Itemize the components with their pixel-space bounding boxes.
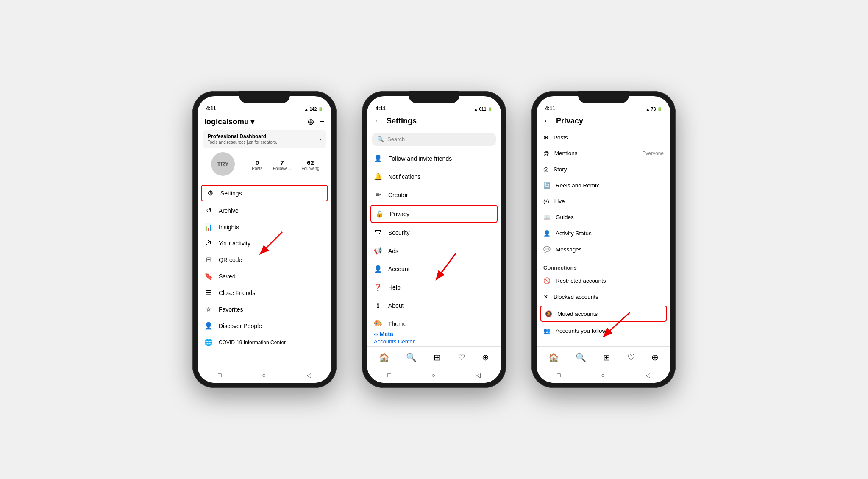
avatar: TRY [211,152,235,176]
red-arrow-2 [426,249,469,287]
accounts-center-link[interactable]: Accounts Center [374,338,494,345]
settings-follow[interactable]: 👤 Follow and invite friends [367,149,501,167]
menu-item-saved[interactable]: 🔖 Saved [198,268,331,284]
settings-header: ← Settings [367,113,501,129]
phone-3: 4:11 ▲ 78 🔋 ← Privacy ⊕ Posts @ Menti [531,91,676,388]
muted-icon: 🔕 [545,310,552,317]
settings-icon: ⚙ [206,189,214,197]
guides-icon: 📖 [543,214,551,220]
restricted-label: Restricted accounts [556,278,606,284]
privacy-blocked[interactable]: ✕ Blocked accounts [537,289,670,305]
favorites-icon: ☆ [204,305,213,313]
theme-label: Theme [388,320,407,326]
android-back-2[interactable]: ◁ [476,372,481,379]
restricted-icon: 🚫 [543,277,551,284]
settings-security[interactable]: 🛡 Security [367,224,501,242]
menu-item-settings[interactable]: ⚙ Settings [201,185,328,201]
menu-item-covid[interactable]: 🌐 COVID-19 Information Center [198,334,331,351]
privacy-posts[interactable]: ⊕ Posts [537,129,670,145]
account-label: Account [388,266,410,273]
red-arrow-1 [248,228,299,262]
nav-search-2[interactable]: 🔍 [406,352,417,362]
android-circle-2[interactable]: ○ [431,372,435,379]
red-arrow-3 [592,308,643,342]
nav-profile-2[interactable]: ⊕ [482,352,489,362]
ads-label: Ads [388,248,398,254]
settings-theme[interactable]: 🎨 Theme [367,315,501,326]
android-nav-1: □ ○ ◁ [198,368,331,383]
theme-icon: 🎨 [374,320,382,326]
android-circle-3[interactable]: ○ [601,372,604,379]
profile-header: logicalsomu ▾ ⊕ ≡ [198,113,331,128]
dashboard-chevron: › [320,136,321,142]
blocked-icon: ✕ [543,293,548,300]
activity-label: Your activity [219,240,250,247]
privacy-activity[interactable]: 👤 Activity Status [537,225,670,241]
nav-heart-3[interactable]: ♡ [627,352,635,362]
connections-label: Connections [537,261,670,273]
android-square[interactable]: □ [218,372,221,379]
ads-icon: 📢 [374,247,382,255]
nav-profile-3[interactable]: ⊕ [651,352,659,362]
phone-2: 4:11 ▲ 611 🔋 ← Settings 🔍 Search 👤 Follo… [362,91,506,388]
mentions-icon: @ [543,150,549,156]
posts-icon: ⊕ [543,134,548,141]
privacy-live[interactable]: (•) Live [537,193,670,209]
menu-item-discover[interactable]: 👤 Discover People [198,317,331,334]
search-bar[interactable]: 🔍 Search [372,133,496,146]
android-nav-3: □ ○ ◁ [537,368,670,383]
header-icons: ⊕ ≡ [307,117,325,127]
settings-privacy[interactable]: 🔒 Privacy [370,205,498,223]
saved-label: Saved [219,273,236,280]
nav-home-3[interactable]: 🏠 [548,352,559,362]
help-label: Help [388,284,401,291]
security-icon: 🛡 [374,229,382,237]
privacy-restricted[interactable]: 🚫 Restricted accounts [537,273,670,289]
dropdown-icon[interactable]: ▾ [250,117,254,126]
nav-reels-2[interactable]: ⊞ [434,352,441,362]
notch-1 [239,91,290,103]
android-back[interactable]: ◁ [306,372,311,379]
close-friends-label: Close Friends [219,290,255,296]
posts-label: Posts [554,134,568,141]
menu-item-archive[interactable]: ↺ Archive [198,202,331,219]
bottom-nav-3: 🏠 🔍 ⊞ ♡ ⊕ [537,346,670,368]
menu-item-favorites[interactable]: ☆ Favorites [198,301,331,317]
status-icons-1: ▲ 142 🔋 [304,107,323,111]
nav-reels-3[interactable]: ⊞ [603,352,610,362]
privacy-mentions[interactable]: @ Mentions Everyone [537,145,670,161]
username-row[interactable]: logicalsomu ▾ [204,117,254,126]
privacy-reels[interactable]: 🔄 Reels and Remix [537,177,670,193]
meta-logo: ∞ Meta [374,331,494,337]
nav-heart-2[interactable]: ♡ [458,352,465,362]
plus-icon[interactable]: ⊕ [307,117,314,127]
dashboard-subtitle: Tools and resources just for creators. [208,140,277,145]
privacy-guides[interactable]: 📖 Guides [537,209,670,225]
live-label: Live [554,198,565,204]
nav-home-2[interactable]: 🏠 [379,352,389,362]
menu-item-close-friends[interactable]: ☰ Close Friends [198,284,331,301]
close-friends-icon: ☰ [204,289,213,297]
back-button-3[interactable]: ← [543,117,551,125]
reels-icon: 🔄 [543,182,551,189]
android-circle[interactable]: ○ [262,372,265,379]
settings-notifications[interactable]: 🔔 Notifications [367,167,501,186]
privacy-messages[interactable]: 💬 Messages [537,241,670,257]
dashboard-banner[interactable]: Professional Dashboard Tools and resourc… [203,130,326,148]
android-square-3[interactable]: □ [557,372,560,379]
insights-label: Insights [219,224,239,231]
qr-icon: ⊞ [204,256,213,264]
status-icons-3: ▲ 78 🔋 [645,107,662,111]
menu-icon[interactable]: ≡ [320,117,325,127]
discover-label: Discover People [219,323,262,329]
android-square-2[interactable]: □ [387,372,391,379]
privacy-header: ← Privacy [537,113,670,129]
creator-icon: ✏ [374,191,382,199]
settings-about[interactable]: ℹ About [367,296,501,315]
nav-search-3[interactable]: 🔍 [576,352,586,362]
android-back-3[interactable]: ◁ [645,372,650,379]
back-button-2[interactable]: ← [374,117,381,125]
privacy-story[interactable]: ◎ Story [537,161,670,177]
settings-creator[interactable]: ✏ Creator [367,186,501,204]
search-icon: 🔍 [377,136,384,142]
